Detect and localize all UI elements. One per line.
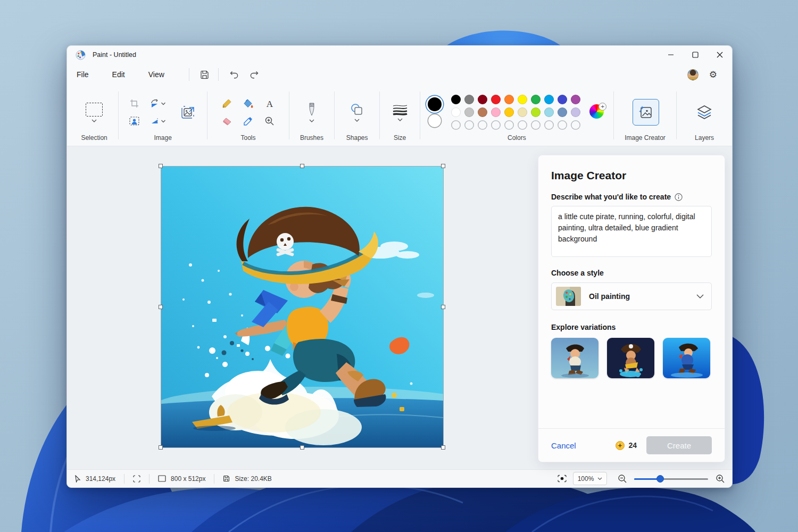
empty-color-slot[interactable] [504, 120, 514, 130]
layers-label: Layers [695, 134, 714, 144]
close-button[interactable] [708, 46, 732, 64]
background-removal-button[interactable] [129, 117, 139, 126]
section-layers: Layers [679, 85, 730, 146]
selection-handle[interactable] [159, 164, 163, 168]
color-swatch[interactable] [491, 95, 501, 104]
color-swatch[interactable] [544, 107, 554, 117]
chevron-down-icon[interactable] [397, 118, 403, 121]
crop-button[interactable] [130, 99, 139, 108]
variation-thumbnail-2[interactable] [607, 338, 654, 378]
color-swatch[interactable] [571, 107, 580, 117]
flip-button[interactable] [150, 117, 166, 126]
menu-view[interactable]: View [148, 67, 164, 82]
color-swatch[interactable] [558, 107, 567, 117]
chevron-down-icon[interactable] [354, 119, 360, 122]
selection-tool[interactable] [86, 103, 103, 122]
section-image: Image [121, 85, 205, 146]
eraser-tool[interactable] [222, 117, 232, 126]
create-button[interactable]: Create [646, 436, 712, 454]
empty-color-slot[interactable] [544, 120, 554, 130]
redo-button[interactable] [246, 67, 262, 82]
color-swatch[interactable] [504, 107, 514, 117]
account-avatar[interactable] [687, 69, 699, 80]
color-swatch[interactable] [478, 107, 487, 117]
rotate-button[interactable] [150, 99, 166, 108]
zoom-slider[interactable] [634, 475, 708, 483]
undo-button[interactable] [226, 67, 242, 82]
layers-button[interactable] [693, 101, 716, 124]
brushes-button[interactable] [307, 103, 317, 122]
cancel-button[interactable]: Cancel [551, 441, 576, 450]
canvas[interactable] [161, 167, 443, 447]
menu-file[interactable]: File [77, 67, 89, 82]
empty-color-slot[interactable] [518, 120, 527, 130]
empty-color-slot[interactable] [571, 120, 580, 130]
color-swatch[interactable] [544, 95, 554, 104]
chevron-down-icon[interactable] [92, 119, 97, 122]
canvas-size-icon [158, 475, 166, 482]
color-swatch[interactable] [491, 107, 501, 117]
magnifier-tool[interactable] [264, 116, 275, 126]
selection-handle[interactable] [159, 305, 163, 309]
minimize-button[interactable] [659, 46, 683, 64]
color-swatch[interactable] [504, 95, 514, 104]
edit-colors-button[interactable]: + [589, 104, 605, 120]
style-dropdown[interactable]: Oil painting [551, 282, 712, 310]
color-picker-tool[interactable] [243, 116, 253, 126]
size-button[interactable] [392, 104, 408, 121]
color-swatch[interactable] [531, 95, 541, 104]
color-swatch[interactable] [531, 107, 541, 117]
text-tool[interactable]: A [265, 99, 275, 109]
variation-thumbnail-3[interactable] [663, 338, 710, 378]
color-swatch[interactable] [451, 107, 461, 117]
divider [214, 474, 214, 484]
chevron-down-icon[interactable] [309, 119, 314, 122]
selection-handle[interactable] [300, 445, 304, 450]
tools-label: Tools [241, 134, 256, 144]
resize-image-button[interactable] [175, 99, 201, 125]
prompt-input[interactable]: a little cute pirate, running, colorful,… [551, 206, 712, 257]
empty-color-slot[interactable] [451, 120, 461, 130]
selection-handle[interactable] [159, 445, 163, 450]
selection-handle[interactable] [441, 164, 445, 168]
background-color-swatch[interactable] [428, 114, 441, 127]
shapes-button[interactable] [350, 103, 364, 122]
canvas-workspace: Image Creator Describe what you'd like t… [67, 146, 732, 469]
save-button[interactable] [197, 67, 213, 82]
pencil-tool[interactable] [222, 98, 232, 109]
fill-tool[interactable] [243, 98, 254, 109]
variation-thumbnail-1[interactable] [551, 338, 598, 378]
info-icon[interactable] [675, 193, 683, 201]
fit-to-screen-icon[interactable] [558, 475, 567, 483]
menu-edit[interactable]: Edit [112, 67, 125, 82]
cursor-position: 314,124px [74, 475, 115, 483]
color-swatch[interactable] [558, 95, 567, 104]
foreground-color-swatch[interactable] [428, 97, 442, 111]
color-swatch[interactable] [478, 95, 487, 104]
selection-handle[interactable] [441, 305, 445, 309]
slider-thumb[interactable] [656, 475, 664, 483]
empty-color-slot[interactable] [478, 120, 487, 130]
color-swatch[interactable] [518, 107, 527, 117]
empty-color-slot[interactable] [531, 120, 541, 130]
brushes-label: Brushes [300, 134, 323, 144]
color-swatch[interactable] [464, 95, 474, 104]
zoom-level-dropdown[interactable]: 100% [573, 472, 607, 485]
color-swatch[interactable] [464, 107, 474, 117]
divider [207, 92, 207, 139]
selection-handle[interactable] [441, 445, 445, 450]
divider [613, 92, 614, 139]
color-swatch[interactable] [518, 95, 527, 104]
empty-color-slot[interactable] [558, 120, 567, 130]
color-swatch[interactable] [571, 95, 580, 104]
selection-handle[interactable] [300, 164, 304, 168]
empty-color-slot[interactable] [464, 120, 474, 130]
zoom-out-icon[interactable] [618, 474, 627, 483]
color-swatch[interactable] [451, 95, 461, 104]
zoom-in-icon[interactable] [716, 474, 725, 483]
settings-gear-icon[interactable]: ⚙ [709, 70, 717, 79]
image-creator-button[interactable] [633, 99, 659, 126]
empty-color-slot[interactable] [491, 120, 501, 130]
divider [124, 474, 124, 484]
maximize-button[interactable] [683, 46, 708, 64]
